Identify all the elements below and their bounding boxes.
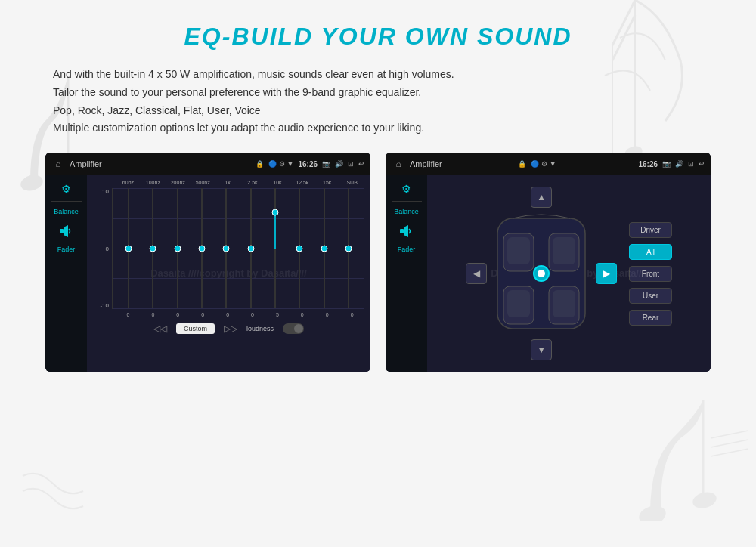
svg-rect-25	[553, 290, 575, 317]
grid-line-bottom	[113, 308, 364, 309]
svg-rect-15	[60, 229, 64, 233]
eq-value-label: 0	[339, 312, 364, 317]
freq-label: 60hz	[116, 180, 141, 185]
right-arrow-btn[interactable]: ▶	[596, 263, 617, 284]
fader-screen-body: ⚙ Balance Fader Dasaita ///	[386, 175, 711, 372]
fader-screen: ⌂ Amplifier 🔒 🔵 ⚙ ▼ 16:26 📷 🔊 ⊡ ↩ ⚙	[386, 153, 711, 372]
freq-label: 15k	[314, 180, 339, 185]
eq-screen-body: ⚙ Balance Fader Dasaita ///	[45, 175, 370, 372]
eq-topbar: ⌂ Amplifier 🔒 🔵 ⚙ ▼ 16:26 📷 🔊 ⊡ ↩	[45, 153, 370, 175]
svg-line-14	[711, 449, 748, 456]
home-icon-right[interactable]: ⌂	[392, 157, 405, 171]
back-icon-r[interactable]: ↩	[699, 160, 705, 168]
eq-main-area: Dasaita ////copyright by Dasaita//// 60h…	[87, 175, 370, 372]
eq-bar-track	[177, 188, 178, 308]
expand-icon-r[interactable]: ⊡	[688, 160, 694, 168]
eq-slider-dot[interactable]	[247, 245, 254, 252]
freq-label: 1k	[215, 180, 240, 185]
all-btn[interactable]: All	[629, 244, 672, 260]
eq-slider-dot[interactable]	[345, 245, 352, 252]
loudness-label: loudness	[246, 325, 274, 332]
eq-bar[interactable]	[218, 188, 234, 308]
eq-bar[interactable]	[243, 188, 259, 308]
svg-line-12	[711, 431, 748, 438]
eq-bar[interactable]	[341, 188, 356, 308]
svg-line-13	[711, 440, 748, 447]
svg-point-27	[538, 270, 545, 277]
freq-label: 10k	[265, 180, 290, 185]
eq-slider-dot[interactable]	[174, 245, 181, 252]
eq-bar[interactable]	[194, 188, 209, 308]
eq-bar[interactable]	[121, 188, 136, 308]
eq-slider-dot[interactable]	[321, 245, 327, 252]
eq-slider-dot[interactable]	[296, 245, 303, 252]
y-label: 0	[93, 246, 112, 252]
camera-icon[interactable]: 📷	[322, 160, 330, 168]
eq-bar[interactable]	[170, 188, 185, 308]
desc-line2: Tailor the sound to your personal prefer…	[53, 84, 711, 102]
fader-volume-icon[interactable]	[398, 223, 415, 243]
eq-bar[interactable]	[268, 188, 283, 308]
eq-value-label: 0	[314, 312, 339, 317]
eq-bar[interactable]	[317, 188, 332, 308]
camera-icon-r[interactable]: 📷	[662, 160, 671, 168]
eq-bar-track	[274, 188, 276, 308]
loudness-toggle[interactable]	[283, 323, 304, 334]
eq-bar-fill	[274, 212, 276, 249]
fader-sidebar: ⚙ Balance Fader	[386, 175, 427, 372]
preset-btn[interactable]: Custom	[176, 323, 215, 334]
eq-bar-track	[324, 188, 325, 308]
volume-sidebar-icon[interactable]	[58, 223, 75, 243]
eq-bar-track	[299, 188, 300, 308]
eq-bar[interactable]	[292, 188, 307, 308]
eq-slider-dot[interactable]	[271, 209, 278, 216]
car-svg	[490, 211, 593, 336]
svg-rect-23	[507, 290, 530, 317]
freq-label: 2.5k	[240, 180, 265, 185]
eq-value-label: 5	[265, 312, 290, 317]
eq-slider-dot[interactable]	[150, 245, 156, 252]
freq-label: 200hz	[166, 180, 191, 185]
settings-icon: ⚙	[279, 160, 285, 168]
eq-value-label: 0	[166, 312, 191, 317]
eq-sidebar: ⚙ Balance Fader	[45, 175, 87, 372]
bluetooth-icon: 🔵	[268, 160, 277, 168]
fader-screen-title: Amplifier	[410, 159, 513, 168]
eq-slider-dot[interactable]	[125, 245, 132, 252]
topbar-icons-left: 🔵 ⚙ ▼	[268, 160, 294, 168]
expand-icon[interactable]: ⊡	[348, 160, 354, 168]
eq-slider-dot[interactable]	[223, 245, 230, 252]
eq-bar-track	[152, 188, 153, 308]
eq-bar[interactable]	[145, 188, 160, 308]
home-icon[interactable]: ⌂	[51, 157, 65, 171]
eq-settings-icon[interactable]: ⚙	[61, 183, 71, 195]
left-arrow-btn[interactable]: ◀	[466, 263, 487, 284]
volume-icon[interactable]: 🔊	[335, 160, 343, 168]
prev-preset-btn[interactable]: ◁◁	[153, 323, 167, 334]
balance-label: Balance	[54, 208, 79, 215]
eq-value-label: 0	[215, 312, 240, 317]
down-arrow-btn[interactable]: ▼	[531, 339, 552, 360]
desc-line1: And with the built-in 4 x 50 W amplifica…	[53, 66, 711, 84]
signal-icon: ▼	[287, 160, 294, 168]
fader-balance-label: Balance	[394, 208, 419, 215]
back-icon[interactable]: ↩	[358, 160, 364, 168]
toggle-dot	[294, 324, 303, 333]
rear-btn[interactable]: Rear	[629, 310, 672, 326]
up-arrow-btn[interactable]: ▲	[531, 187, 552, 208]
next-preset-btn[interactable]: ▷▷	[224, 323, 237, 334]
desc-line4: Multiple customization options let you a…	[53, 119, 711, 138]
eq-bottom-bar: ◁◁ Custom ▷▷ loudness	[93, 323, 364, 334]
front-btn[interactable]: Front	[629, 266, 672, 282]
svg-point-11	[691, 490, 718, 511]
freq-label: SUB	[339, 180, 364, 185]
eq-slider-dot[interactable]	[199, 245, 206, 252]
eq-bar-track	[201, 188, 203, 308]
driver-btn[interactable]: Driver	[629, 222, 672, 238]
fader-eq-icon[interactable]: ⚙	[401, 183, 411, 195]
eq-screen-title: Amplifier	[70, 159, 251, 168]
screens-row: ⌂ Amplifier 🔒 🔵 ⚙ ▼ 16:26 📷 🔊 ⊡ ↩ ⚙	[45, 153, 711, 372]
user-btn[interactable]: User	[629, 288, 672, 304]
eq-value-label: 0	[240, 312, 265, 317]
volume-icon-r[interactable]: 🔊	[675, 160, 683, 168]
